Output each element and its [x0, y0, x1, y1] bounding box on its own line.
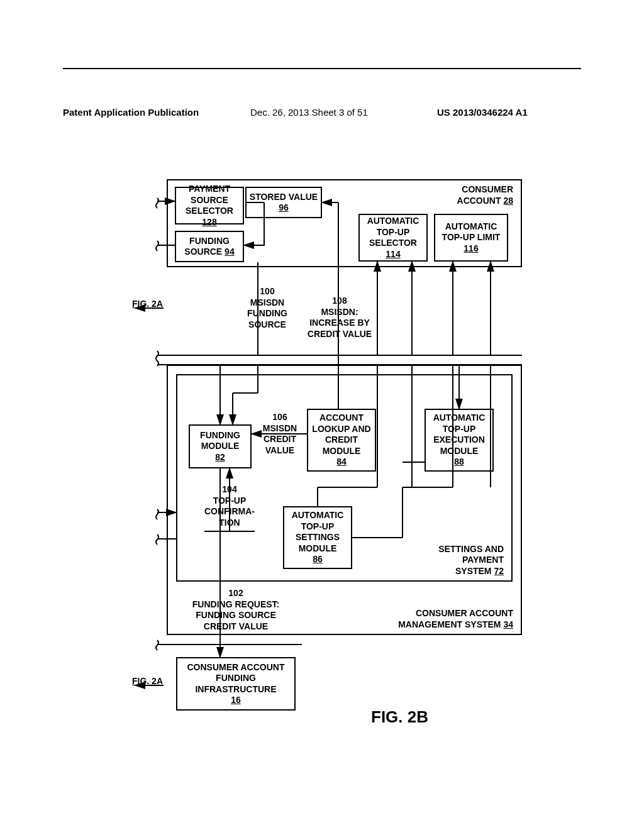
page: Patent Application Publication Dec. 26, …	[0, 0, 644, 830]
connector-svg	[63, 72, 581, 764]
header-rule	[63, 68, 581, 69]
diagram-area: CONSUMER ACCOUNT 28 PAYMENT SOURCE SELEC…	[63, 72, 581, 764]
